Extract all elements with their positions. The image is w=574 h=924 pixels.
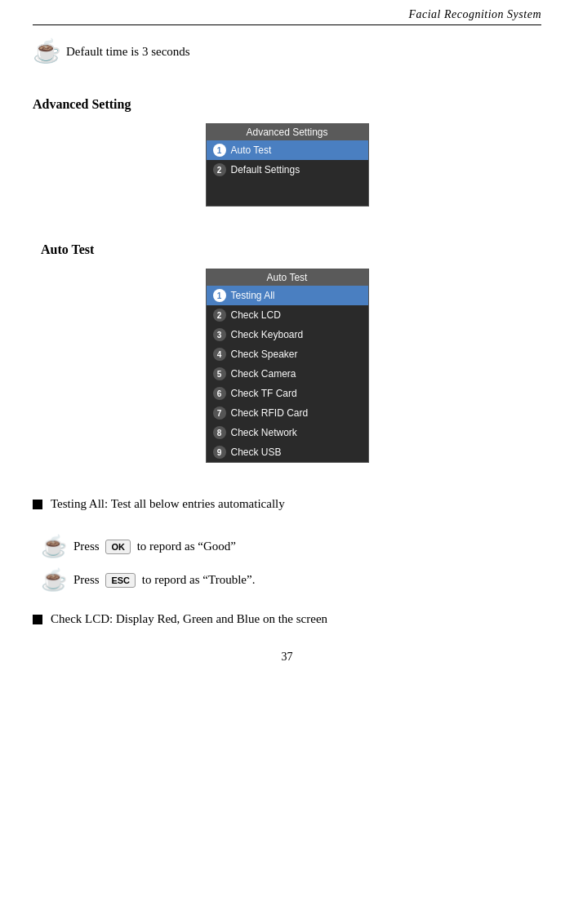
press-esc-line: ☕ Press ESC to repord as “Trouble”. [41, 567, 541, 593]
auto-test-body: 1 Testing All 2 Check LCD 3 Check Keyboa… [207, 286, 368, 462]
page-container: Facial Recognition System ☕ Default time… [0, 0, 574, 924]
auto-item-2-label: Check LCD [231, 309, 281, 321]
auto-item-1-label: Testing All [231, 290, 275, 301]
adv-item-2-label: Default Settings [231, 164, 300, 175]
auto-item-6-num: 6 [213, 387, 226, 400]
auto-item-7-label: Check RFID Card [231, 407, 309, 419]
default-time-text: Default time is 3 seconds [66, 45, 190, 59]
esc-key-button[interactable]: ESC [105, 573, 136, 588]
auto-item-5-label: Check Camera [231, 368, 296, 380]
adv-item-2[interactable]: 2 Default Settings [207, 160, 368, 180]
auto-item-1[interactable]: 1 Testing All [207, 286, 368, 305]
auto-item-4-label: Check Speaker [231, 349, 298, 360]
auto-item-9[interactable]: 9 Check USB [207, 442, 368, 462]
bullet-check-lcd: Check LCD: Display Red, Green and Blue o… [33, 612, 541, 626]
bullet-square-1 [33, 500, 42, 509]
auto-item-3-label: Check Keyboard [231, 329, 304, 340]
testing-all-text: Testing All: Test all below entries auto… [51, 497, 285, 511]
ok-key-button[interactable]: OK [105, 540, 131, 554]
bullet-square-2 [33, 615, 42, 624]
auto-item-3[interactable]: 3 Check Keyboard [207, 325, 368, 344]
auto-item-4[interactable]: 4 Check Speaker [207, 344, 368, 364]
press-ok-suffix: to repord as “Good” [137, 540, 236, 553]
steam-icon-3: ☕ [41, 567, 67, 593]
adv-item-1-num: 1 [213, 144, 226, 157]
steam-icon-2: ☕ [41, 534, 67, 559]
adv-item-2-num: 2 [213, 163, 226, 176]
auto-item-2[interactable]: 2 Check LCD [207, 305, 368, 325]
auto-item-5[interactable]: 5 Check Camera [207, 364, 368, 384]
default-time-line: ☕ Default time is 3 seconds [33, 40, 541, 63]
bullet-testing-all: Testing All: Test all below entries auto… [33, 497, 541, 511]
auto-item-1-num: 1 [213, 289, 226, 302]
advanced-settings-box: Advanced Settings 1 Auto Test 2 Default … [206, 123, 369, 207]
auto-test-box: Auto Test 1 Testing All 2 Check LCD 3 Ch… [206, 269, 369, 463]
auto-item-3-num: 3 [213, 328, 226, 341]
page-header: Facial Recognition System [33, 8, 541, 25]
auto-item-6-label: Check TF Card [231, 388, 297, 399]
check-lcd-text: Check LCD: Display Red, Green and Blue o… [51, 612, 327, 626]
auto-item-8[interactable]: 8 Check Network [207, 423, 368, 442]
adv-item-1[interactable]: 1 Auto Test [207, 140, 368, 160]
advanced-setting-heading: Advanced Setting [33, 97, 541, 112]
auto-test-heading: Auto Test [33, 242, 541, 257]
adv-item-1-label: Auto Test [231, 144, 272, 156]
press-ok-prefix: Press [73, 540, 100, 553]
auto-item-7-num: 7 [213, 406, 226, 420]
auto-item-9-label: Check USB [231, 446, 282, 458]
auto-item-6[interactable]: 6 Check TF Card [207, 384, 368, 403]
press-esc-prefix: Press [73, 573, 100, 587]
auto-item-7[interactable]: 7 Check RFID Card [207, 403, 368, 423]
press-ok-line: ☕ Press OK to repord as “Good” [41, 534, 541, 559]
auto-test-title: Auto Test [207, 269, 368, 286]
auto-item-2-num: 2 [213, 309, 226, 322]
header-title: Facial Recognition System [408, 8, 541, 20]
advanced-settings-body: 1 Auto Test 2 Default Settings [207, 140, 368, 206]
steam-icon-1: ☕ [33, 40, 61, 63]
auto-item-8-num: 8 [213, 426, 226, 439]
auto-item-8-label: Check Network [231, 427, 297, 438]
auto-item-4-num: 4 [213, 348, 226, 361]
press-esc-suffix: to repord as “Trouble”. [142, 573, 256, 587]
auto-item-9-num: 9 [213, 446, 226, 459]
auto-item-5-num: 5 [213, 367, 226, 380]
advanced-settings-title: Advanced Settings [207, 124, 368, 140]
page-number: 37 [33, 651, 541, 664]
